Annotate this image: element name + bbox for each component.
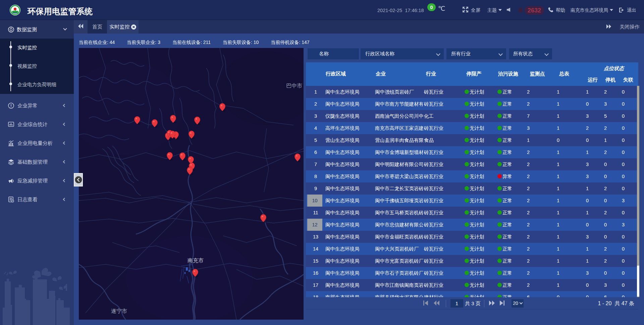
svg-text:南充市: 南充市 bbox=[187, 258, 204, 263]
svg-text:遂宁市: 遂宁市 bbox=[111, 308, 127, 314]
svg-text:巴中市: 巴中市 bbox=[286, 83, 302, 89]
